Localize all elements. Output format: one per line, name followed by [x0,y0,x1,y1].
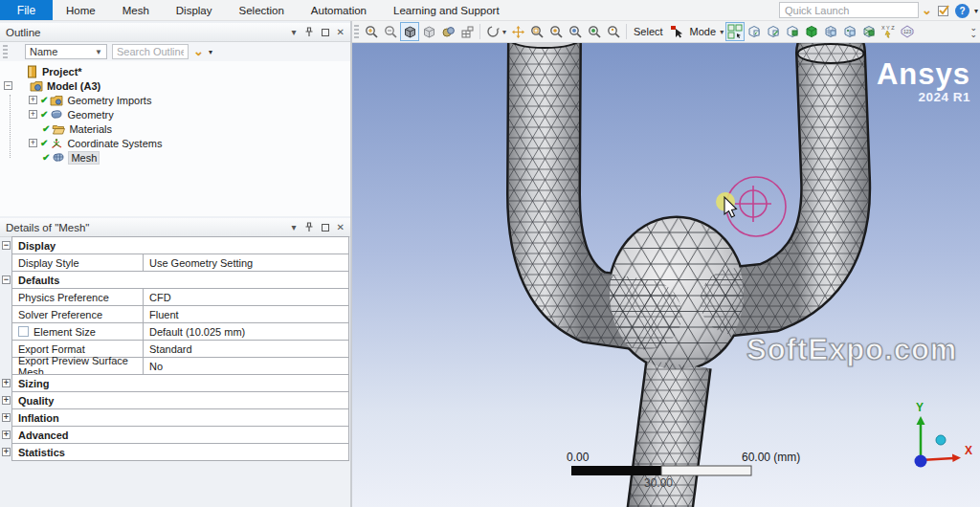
expand-expander-icon[interactable]: + [29,139,37,147]
tree-item-mesh[interactable]: ✔ Mesh [0,150,350,165]
tree-item-geometry[interactable]: + ✔ Geometry [0,107,350,121]
quick-launch-input[interactable] [779,2,919,18]
help-icon[interactable]: ? [955,4,969,18]
details-row-display-style: Display Style Use Geometry Setting [11,254,349,272]
display-style-cube-icon[interactable] [438,22,457,41]
annotation-tag-icon[interactable]: 123 [898,22,917,41]
details-section-defaults[interactable]: − Defaults [11,271,349,289]
details-title: Details of "Mesh" [6,222,89,233]
search-chevron-icon[interactable]: ⌄ [193,47,204,56]
shaded-cube-icon[interactable] [400,22,419,41]
help-caret-icon[interactable]: ▾ [974,7,978,15]
geometry-imports-icon [50,94,63,107]
rotate-icon[interactable] [483,22,502,41]
check-icon: ✔ [42,152,50,163]
name-filter-select[interactable]: Name▼ [25,44,107,59]
triad-y-label[interactable]: Y [916,401,924,414]
tree-item-coordinate-systems[interactable]: + ✔ Coordinate Systems [0,136,350,150]
select-cursor-icon[interactable] [667,22,686,41]
details-section-advanced[interactable]: + Advanced [11,426,349,444]
edge-filter-cube-icon[interactable] [764,22,783,41]
expand-expander-icon[interactable]: + [29,96,37,104]
chevron-down-icon[interactable]: ▾ [292,223,297,232]
details-section-inflation[interactable]: + Inflation [11,408,349,427]
maximize-icon[interactable] [322,224,329,231]
zoom-out-magnifier-icon[interactable] [381,22,400,41]
details-section-quality[interactable]: + Quality [11,391,349,409]
more-caret-icon[interactable]: ▾ [209,48,212,56]
ruler-start-label: 0.00 [567,451,590,464]
element-filter-cube-icon[interactable] [859,22,879,41]
search-outline-input[interactable] [112,44,189,59]
expand-expander-icon[interactable]: + [2,379,11,387]
expand-expander-icon[interactable]: + [2,430,11,439]
expand-expander-icon[interactable]: + [2,396,11,405]
viewports-grid-icon[interactable] [457,22,477,41]
vertex-filter-cube-icon[interactable] [745,22,764,41]
menu-display[interactable]: Display [163,0,226,20]
box-zoom-magnifier-icon[interactable] [527,22,546,41]
select-label: Select [630,26,667,37]
details-section-display[interactable]: − Display [11,236,349,254]
outline-title: Outline [6,27,40,38]
pin-icon[interactable] [304,27,314,37]
menu-mesh[interactable]: Mesh [109,0,163,20]
outline-filter-row: Name▼ ⌄ ▾ [0,42,350,61]
mesh-filter-cube-icon[interactable] [821,22,840,41]
details-section-sizing[interactable]: + Sizing [11,374,349,392]
details-section-statistics[interactable]: + Statistics [11,443,349,461]
menu-learning-support[interactable]: Learning and Support [380,0,513,20]
triad-iso-ball[interactable] [936,435,946,445]
menu-home[interactable]: Home [53,0,109,20]
zoom-magnifier-icon[interactable] [546,22,566,41]
materials-icon [52,122,65,136]
label-filter-grid-icon[interactable] [725,22,745,41]
face-filter-cube-icon[interactable] [783,22,802,41]
collapse-expander-icon[interactable]: − [2,241,11,250]
check-icon: ✔ [42,123,50,134]
chevron-down-icon[interactable]: ▾ [292,28,297,37]
collapse-expander-icon[interactable]: − [4,81,12,90]
zoom-prev-magnifier-icon[interactable] [585,22,604,41]
zoom-in-magnifier-icon[interactable] [362,22,381,41]
zoom-next-magnifier-icon[interactable] [604,22,623,41]
tree-item-project[interactable]: Project* [0,64,350,78]
close-icon[interactable]: ✕ [337,223,345,232]
body-filter-cube-icon[interactable] [802,22,821,41]
drag-grip-icon[interactable] [3,45,8,58]
mesh-scene[interactable]: 0.00 60.00 (mm) 30.00 Y X [352,43,980,507]
model-icon [30,79,43,93]
left-dock: Outline ▾ ✕ Name▼ ⌄ ▾ [0,21,352,507]
close-icon[interactable]: ✕ [337,28,345,37]
coordinate-systems-icon [50,137,63,150]
node-filter-cube-icon[interactable] [840,22,859,41]
wireframe-cube-icon[interactable] [419,22,438,41]
3d-viewport[interactable]: 0.00 60.00 (mm) 30.00 Y X [352,43,980,507]
pan-icon[interactable] [508,22,527,41]
expand-expander-icon[interactable]: + [29,110,37,119]
chevron-down-icon: ▼ [95,48,102,56]
drag-grip-icon[interactable] [354,25,359,38]
details-row-solver-preference: Solver Preference Fluent [11,305,349,323]
expand-expander-icon[interactable]: + [2,448,11,456]
watermark: SoftExpo.com [746,333,957,367]
geometry-icon [50,108,63,121]
fit-view-magnifier-icon[interactable] [566,22,585,41]
collapse-expander-icon[interactable]: − [2,276,11,284]
toolbar-overflow-chevron-icon[interactable]: ⌄⌄ [969,25,980,38]
pin-icon[interactable] [304,222,314,232]
menu-automation[interactable]: Automation [298,0,380,20]
menu-file-tab[interactable]: File [0,0,53,20]
select-by-id-xyz-icon[interactable]: X Y Z [879,22,898,41]
chevron-down-icon[interactable]: ⌄ [922,6,932,15]
tree-item-geometry-imports[interactable]: + ✔ Geometry Imports [0,93,350,107]
checklist-icon[interactable] [937,4,950,17]
triad-x-label[interactable]: X [965,444,972,457]
element-size-checkbox[interactable] [18,326,29,337]
expand-expander-icon[interactable]: + [2,413,11,422]
maximize-icon[interactable] [322,29,329,36]
menu-selection[interactable]: Selection [226,0,298,20]
triad-z-axis[interactable] [915,455,927,468]
tree-item-materials[interactable]: ✔ Materials [0,121,350,136]
tree-item-model[interactable]: − Model (A3) [0,78,350,93]
